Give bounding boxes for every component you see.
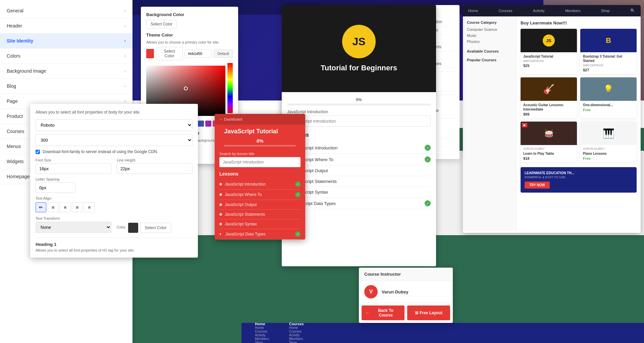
listing-card-tabla-name: Learn to Play Tabla — [523, 151, 574, 156]
align-right-button[interactable]: ≡ — [60, 202, 70, 212]
instructor-name: Varun Dubey — [382, 289, 408, 294]
listing-nav-shop[interactable]: Shop — [601, 9, 610, 13]
font-color-select-button[interactable]: Select Color — [140, 223, 171, 233]
listing-card-bootstrap-info: Bootstrap 3 Tutorial: Get Started WBCOMT… — [580, 52, 637, 74]
right-listing-panel: Home Courses Activity Members Shop 🔍 Cou… — [463, 5, 641, 233]
footer-home-item4: Members — [255, 337, 269, 341]
listing-nav-search-icon[interactable]: 🔍 — [630, 8, 635, 13]
hex-color-input[interactable] — [185, 50, 212, 58]
color-picker-cursor — [184, 86, 188, 90]
font-family-select[interactable]: Roboto Open Sans Lato — [36, 119, 193, 131]
sidebar-item-colors-label: Colors — [7, 53, 20, 59]
sidebar-item-site-identity-label: Site Identity — [7, 38, 33, 44]
listing-card-js-name: JavaScript Tutorial — [523, 54, 574, 59]
listing-content: Buy Learnmate Now!!! JS JavaScript Tutor… — [517, 16, 641, 231]
back-arrow-icon: ← — [366, 311, 370, 315]
background-select-color-button[interactable]: Select Color — [146, 20, 177, 28]
line-height-input[interactable] — [117, 163, 193, 174]
try-now-button[interactable]: TRY NOW — [525, 182, 550, 189]
text-transform-select[interactable]: None Uppercase Lowercase Capitalize — [36, 222, 111, 233]
lesson-item-4: JavaScript Statements — [287, 176, 431, 187]
font-weight-select[interactable]: 300 400 700 — [36, 134, 193, 146]
chevron-right-icon: › — [124, 54, 126, 58]
align-justify-button-1[interactable]: ≡ — [72, 202, 83, 212]
text-align-group: Text Align ✏ ≡ ≡ ≡ ≡ — [36, 196, 193, 212]
chevron-right-icon: › — [124, 84, 126, 88]
text-align-buttons: ✏ ≡ ≡ ≡ ≡ — [36, 202, 193, 212]
listing-nav-home[interactable]: Home — [468, 9, 478, 13]
dashboard-progress-pct: 0% — [224, 138, 296, 144]
color-dark-swatch[interactable] — [128, 223, 138, 233]
dash-lesson-label-3: JavaScript Output — [225, 202, 257, 207]
course-hero-title: Tutorial for Beginners — [321, 64, 397, 72]
dash-lesson-label-2: JavaScript Where To — [225, 192, 262, 197]
align-center-button[interactable]: ≡ — [48, 202, 58, 212]
chevron-right-icon: › — [124, 69, 126, 73]
dash-lesson-dot-3 — [219, 203, 222, 206]
dash-lesson-check-1: ✓ — [295, 182, 301, 187]
text-align-label: Text Align — [36, 196, 193, 200]
sidebar-item-site-identity[interactable]: Site Identity › — [0, 33, 132, 49]
align-justify-button-2[interactable]: ≡ — [84, 202, 95, 212]
chevron-right-icon: › — [124, 99, 126, 104]
sidebar-item-header[interactable]: Header › — [0, 18, 132, 33]
preset-indigo[interactable] — [198, 121, 204, 127]
sidebar-item-colors[interactable]: Colors › — [0, 49, 132, 64]
listing-card-piano-info: VARUN DUBEY Piano Lessons Free — [580, 145, 637, 162]
preset-purple[interactable] — [205, 121, 211, 127]
color-spectrum-strip[interactable] — [227, 63, 233, 113]
theme-color-swatch[interactable] — [146, 49, 154, 58]
listing-card-one-dim: 💡 One-dimensional... Free — [580, 77, 637, 118]
download-font-checkbox[interactable] — [36, 150, 40, 154]
listing-nav-members[interactable]: Members — [565, 9, 581, 13]
theme-color-desc: Allows you to choose a primary color for… — [146, 40, 233, 44]
listing-sidebar-item-cs[interactable]: Computer Science — [467, 26, 512, 32]
listing-card-guitar-info: Acoustic Guitar Lessons: Intermediate $9… — [521, 101, 577, 118]
align-left-button[interactable]: ✏ — [36, 202, 46, 212]
text-transform-group: Text Transform None Uppercase Lowercase … — [36, 216, 111, 233]
theme-select-color-button[interactable]: Select Color — [156, 47, 183, 60]
listing-sidebar: Course Category Computer Science Music P… — [463, 16, 517, 231]
footer-courses-item2: Courses — [289, 330, 304, 333]
listing-card-js: JS JavaScript Tutorial WBCOMTEAM $25 — [521, 29, 577, 74]
sidebar-item-general[interactable]: General › — [0, 3, 132, 18]
instructor-header: Course Instructor — [359, 268, 453, 281]
dashboard-progress-section: 0% — [219, 137, 301, 152]
default-color-button[interactable]: Default — [214, 50, 233, 58]
listing-content-title: Buy Learnmate Now!!! — [521, 20, 637, 25]
listing-card-tabla-price: $18 — [523, 156, 574, 160]
listing-sidebar-item-music[interactable]: Music — [467, 32, 512, 39]
listing-card-one-dim-info: One-dimensional... Free — [580, 101, 637, 114]
dashboard-back-label[interactable]: ← Dashboard — [219, 117, 301, 121]
listing-card-guitar-name: Acoustic Guitar Lessons: Intermediate — [523, 103, 574, 112]
font-size-group: Font Size — [36, 158, 111, 174]
listing-card-one-dim-price: Free — [583, 108, 634, 112]
listing-nav-courses[interactable]: Courses — [499, 9, 513, 13]
listing-nav: Home Courses Activity Members Shop 🔍 — [463, 5, 641, 16]
sidebar-item-background-image[interactable]: Background Image › — [0, 64, 132, 79]
listing-card-js-price: $25 — [523, 64, 574, 68]
dash-expand-icon[interactable]: ▾ — [219, 232, 221, 236]
dash-lesson-dot-4 — [219, 213, 222, 216]
listing-sidebar-item-physics[interactable]: Physics — [467, 39, 512, 45]
listing-nav-activity[interactable]: Activity — [533, 9, 545, 13]
back-to-course-button[interactable]: ← Back To Course — [362, 305, 405, 320]
learnmate-banner-in-listing: LEARNMATE EDUCATION TH... POWERFUL & EAS… — [521, 167, 637, 193]
listing-sidebar-popular-title: Popular Courses — [467, 58, 512, 62]
dash-lesson-label-6: JavaScript Data Types — [225, 232, 266, 236]
listing-card-grid: JS JavaScript Tutorial WBCOMTEAM $25 B B… — [521, 29, 637, 162]
search-lesson-input[interactable] — [287, 116, 431, 127]
sidebar-item-menus-label: Menus — [7, 144, 21, 149]
font-size-input[interactable] — [36, 163, 111, 174]
listing-sidebar-available-courses: Available Courses — [467, 49, 512, 53]
dashboard-search-input[interactable] — [219, 157, 301, 167]
guitar-thumb-icon: 🎸 — [543, 84, 555, 95]
free-layout-button[interactable]: ⊞ Free Layout — [407, 305, 450, 320]
listing-card-bootstrap-thumb: B — [580, 29, 637, 52]
listing-card-bootstrap-author: WBCOMTEAM — [583, 64, 634, 67]
letter-spacing-input[interactable] — [36, 183, 76, 193]
dashboard-lesson-5: JavaScript Syntax — [219, 219, 301, 229]
progress-label: 0% — [287, 97, 431, 102]
sidebar-item-blog[interactable]: Blog › — [0, 79, 132, 94]
background-color-title: Background Color — [146, 12, 233, 17]
